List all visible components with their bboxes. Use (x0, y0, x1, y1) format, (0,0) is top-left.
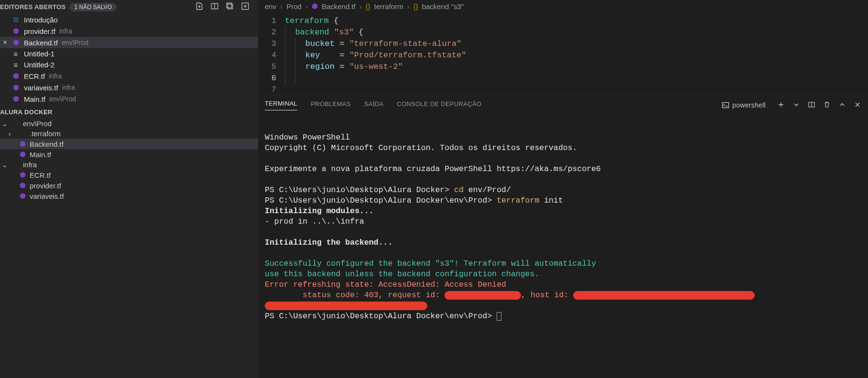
tree-label: ECR.tf (30, 171, 51, 179)
tree-folder[interactable]: ⌄infra (0, 160, 258, 170)
tab-output[interactable]: SAÍDA (364, 100, 384, 110)
svg-rect-2 (227, 3, 231, 8)
tree-folder[interactable]: ›.terraform (0, 129, 258, 139)
terraform-icon: ⬢ (312, 2, 318, 11)
tree-label: Backend.tf (30, 140, 64, 148)
tree-folder[interactable]: ⌄env\Prod (0, 119, 258, 129)
editor-pane: env › Prod › ⬢ Backend.tf › {} terraform… (258, 0, 868, 378)
chevron-down-icon: ⌄ (2, 161, 9, 169)
terminal-output[interactable]: Windows PowerShell Copyright (C) Microso… (258, 114, 868, 378)
file-path: infra (62, 84, 75, 91)
close-icon[interactable]: × (3, 38, 7, 47)
shell-selector[interactable]: powershell (718, 100, 770, 110)
open-editor-item[interactable]: ⬢ECR.tf infra (0, 70, 258, 82)
tree-file[interactable]: ⬢provider.tf (0, 180, 258, 191)
gutter: 1234567 (258, 15, 285, 96)
terraform-icon: ⬢ (11, 38, 20, 47)
save-all-icon[interactable] (226, 2, 234, 12)
breadcrumb-part[interactable]: backend "s3" (422, 2, 464, 11)
trash-icon[interactable] (823, 101, 831, 110)
terraform-icon: ⬢ (18, 181, 27, 190)
terraform-icon: ⬢ (11, 83, 20, 92)
breadcrumb-part[interactable]: Prod (286, 2, 302, 11)
file-path: infra (59, 27, 72, 35)
breadcrumb-part[interactable]: terraform (374, 2, 403, 11)
vscode-icon: ⧉ (11, 15, 20, 24)
terraform-icon: ⬢ (18, 171, 27, 179)
terraform-icon: ⬢ (11, 95, 20, 103)
file-icon: ≡ (11, 61, 20, 69)
terraform-icon: ⬢ (18, 150, 27, 159)
file-name: Main.tf (24, 95, 45, 103)
file-path: env\Prod (49, 95, 76, 103)
svg-rect-1 (228, 4, 233, 9)
open-editor-item[interactable]: ⬢provider.tf infra (0, 25, 258, 37)
file-name: provider.tf (24, 27, 55, 35)
bottom-panel: TERMINAL PROBLEMAS SAÍDA CONSOLE DE DEPU… (258, 96, 868, 378)
terminal-icon (722, 101, 729, 109)
tree-label: provider.tf (30, 182, 61, 190)
tab-debug-console[interactable]: CONSOLE DE DEPURAÇÃO (397, 100, 481, 110)
explorer-title: ALURA DOCKER (0, 105, 258, 119)
file-path: infra (49, 72, 62, 80)
file-icon: ≡ (11, 50, 20, 58)
new-untitled-icon[interactable] (195, 2, 204, 12)
terraform-icon: ⬢ (11, 72, 20, 80)
terraform-icon: ⬢ (18, 192, 27, 200)
tree-label: .terraform (30, 130, 61, 138)
chevron-up-icon[interactable] (838, 101, 846, 110)
open-editors-title: EDITORES ABERTOS (0, 3, 65, 11)
open-editor-item[interactable]: ⬢Main.tf env\Prod (0, 93, 258, 105)
open-editors-header: EDITORES ABERTOS 1 NÃO SALVO (0, 0, 258, 14)
chevron-right-icon: › (305, 2, 308, 11)
file-name: Untitled-1 (24, 50, 54, 58)
split-terminal-icon[interactable] (808, 101, 815, 110)
file-name: Backend.tf (24, 39, 58, 47)
tree-label: infra (23, 161, 37, 169)
chevron-down-icon: ⌄ (2, 120, 9, 128)
breadcrumbs[interactable]: env › Prod › ⬢ Backend.tf › {} terraform… (258, 0, 868, 12)
chevron-down-icon[interactable] (792, 101, 800, 110)
tab-problems[interactable]: PROBLEMAS (311, 100, 351, 110)
tab-terminal[interactable]: TERMINAL (265, 100, 297, 110)
close-all-icon[interactable] (241, 2, 250, 12)
file-name: variaveis.tf (24, 84, 58, 92)
tree-label: variaveis.tf (30, 192, 64, 200)
open-editor-item[interactable]: ×⬢Backend.tf env\Prod (0, 37, 258, 48)
code-area[interactable]: terraform { backend "s3" { bucket = "ter… (285, 15, 868, 96)
chevron-right-icon: › (9, 130, 15, 138)
file-name: Introdução (24, 16, 58, 24)
new-terminal-icon[interactable] (777, 101, 785, 110)
chevron-right-icon: › (407, 2, 410, 11)
tree-file[interactable]: ⬢variaveis.tf (0, 191, 258, 201)
redacted (573, 291, 755, 300)
terminal-cursor (497, 312, 501, 321)
panel-tabs: TERMINAL PROBLEMAS SAÍDA CONSOLE DE DEPU… (258, 96, 868, 114)
svg-rect-4 (723, 103, 729, 108)
open-editor-item[interactable]: ≡Untitled-1 (0, 48, 258, 59)
terraform-icon: ⬢ (11, 27, 20, 35)
breadcrumb-part[interactable]: env (265, 2, 276, 11)
close-panel-icon[interactable] (854, 101, 861, 110)
unsaved-badge: 1 NÃO SALVO (69, 3, 116, 11)
breadcrumb-part[interactable]: Backend.tf (322, 2, 356, 11)
open-editor-item[interactable]: ⬢variaveis.tf infra (0, 82, 258, 93)
symbol-icon: {} (366, 2, 370, 11)
file-path: env\Prod (62, 39, 88, 46)
tree-file[interactable]: ⬢Main.tf (0, 149, 258, 160)
open-editor-item[interactable]: ⧉Introdução (0, 14, 258, 25)
chevron-right-icon: › (280, 2, 282, 11)
redacted (445, 291, 521, 300)
open-editor-item[interactable]: ≡Untitled-2 (0, 59, 258, 70)
sidebar: EDITORES ABERTOS 1 NÃO SALVO ⧉Introdução… (0, 0, 258, 378)
file-name: ECR.tf (24, 72, 45, 80)
tree-file[interactable]: ⬢Backend.tf (0, 139, 258, 149)
tree-file[interactable]: ⬢ECR.tf (0, 170, 258, 180)
tree-label: env\Prod (23, 119, 52, 128)
toggle-layout-icon[interactable] (210, 2, 219, 12)
tree-label: Main.tf (30, 151, 51, 159)
open-editors-list: ⧉Introdução⬢provider.tf infra×⬢Backend.t… (0, 14, 258, 105)
explorer-tree: ⌄env\Prod›.terraform⬢Backend.tf⬢Main.tf⌄… (0, 119, 258, 201)
symbol-icon: {} (413, 2, 418, 11)
code-editor[interactable]: 1234567 terraform { backend "s3" { bucke… (258, 12, 868, 96)
